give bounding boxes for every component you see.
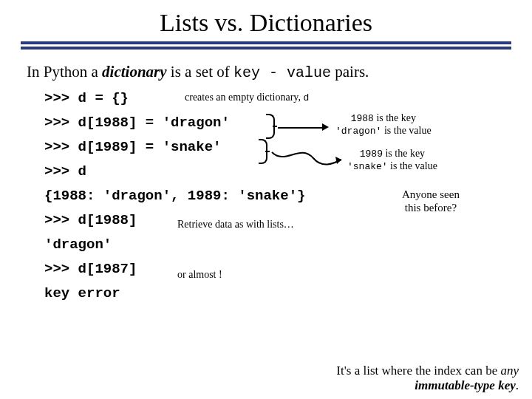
ann-kv2-valtxt: is the value (388, 160, 437, 171)
ann-kv1-key: 1988 (351, 113, 374, 124)
code-line-8: >>> d[1987] (44, 262, 532, 276)
ann-kv2-keytxt: is the key (383, 148, 425, 159)
footer-c: . (516, 378, 519, 392)
code-line-9: key error (44, 287, 532, 301)
footer-imt: immutable-type key (415, 378, 515, 392)
annotation-creates: creates an empty dictionary, d (185, 92, 309, 104)
seen-line-2: this before? (405, 202, 457, 214)
ann-kv2-key: 1989 (360, 149, 383, 160)
intro-post: pairs. (331, 63, 369, 81)
code-line-3: >>> d[1989] = 'snake' (44, 140, 532, 154)
annotation-creates-var: d (303, 92, 309, 103)
seen-line-1: Anyone seen (402, 188, 460, 200)
intro-text: In Python a dictionary is a set of key -… (27, 63, 532, 81)
ann-kv1-keytxt: is the key (374, 112, 416, 123)
code-block: >>> d = {} >>> d[1988] = 'dragon' >>> d[… (44, 92, 532, 301)
code-line-7: 'dragon' (44, 238, 532, 252)
annotation-almost: or almost ! (177, 269, 222, 282)
code-line-2: >>> d[1988] = 'dragon' (44, 116, 532, 130)
code-line-4: >>> d (44, 165, 532, 179)
page-title: Lists vs. Dictionaries (0, 9, 532, 37)
ann-kv1-valtxt: is the value (381, 125, 431, 136)
annotation-retrieve: Retrieve data as with lists… (177, 219, 294, 231)
intro-term: dictionary (102, 63, 167, 81)
footer-any: any (500, 364, 519, 378)
ann-kv2-val: 'snake' (347, 161, 388, 172)
intro-kv: key - value (233, 64, 331, 81)
annotation-creates-text: creates an empty dictionary, (185, 92, 303, 103)
intro-mid: is a set of (167, 63, 233, 81)
footer-note: It's a list where the index can be any i… (275, 364, 519, 393)
annotation-kv2: 1989 is the key 'snake' is the value (347, 148, 437, 173)
svg-marker-0 (335, 157, 341, 164)
ann-kv1-val: 'dragon' (335, 126, 381, 137)
annotation-seen: Anyone seen this before? (402, 188, 460, 214)
footer-a: It's a list where the index can be (336, 364, 500, 378)
intro-pre: In Python a (27, 63, 102, 81)
divider (21, 41, 511, 50)
annotation-kv1: 1988 is the key 'dragon' is the value (335, 112, 432, 137)
